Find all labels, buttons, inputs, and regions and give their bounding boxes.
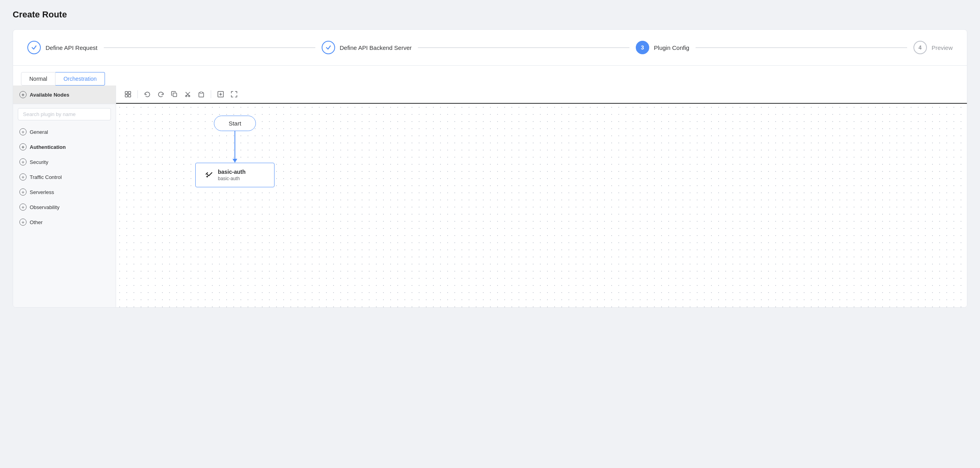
step-divider-2 bbox=[418, 48, 629, 48]
flow-arrow-line bbox=[235, 131, 235, 159]
main-card: Define API Request Define API Backend Se… bbox=[13, 29, 967, 308]
other-plus-icon: + bbox=[19, 219, 27, 226]
step-4-circle: 4 bbox=[913, 41, 927, 54]
category-authentication[interactable]: + Authentication bbox=[13, 139, 116, 154]
page-container: Create Route Define API Request bbox=[13, 10, 967, 308]
tab-orchestration[interactable]: Orchestration bbox=[55, 72, 105, 86]
step-divider-1 bbox=[104, 48, 315, 48]
canvas-area[interactable]: Start bbox=[116, 104, 967, 307]
copy-icon[interactable] bbox=[169, 89, 180, 100]
left-panel: + Available Nodes + General + Authentica… bbox=[13, 86, 116, 307]
category-security-label: Security bbox=[30, 159, 48, 165]
step-3: 3 Plugin Config bbox=[636, 41, 689, 54]
flow-container: Start bbox=[195, 116, 275, 187]
basic-auth-icon bbox=[205, 170, 214, 181]
category-general[interactable]: + General bbox=[13, 124, 116, 139]
flow-arrow-head bbox=[233, 159, 237, 163]
content-area: + Available Nodes + General + Authentica… bbox=[13, 86, 967, 307]
flow-node-basic-auth[interactable]: basic-auth basic-auth bbox=[195, 163, 275, 187]
svg-rect-0 bbox=[125, 91, 128, 94]
step-1-label: Define API Request bbox=[46, 44, 97, 51]
svg-rect-4 bbox=[173, 93, 177, 97]
authentication-plus-icon: + bbox=[19, 143, 27, 150]
tab-normal[interactable]: Normal bbox=[21, 72, 55, 86]
security-plus-icon: + bbox=[19, 158, 27, 166]
right-panel: Start bbox=[116, 86, 967, 307]
flow-node-sub: basic-auth bbox=[218, 176, 246, 181]
flow-node-start[interactable]: Start bbox=[214, 116, 256, 131]
paste-icon[interactable] bbox=[196, 89, 207, 100]
serverless-plus-icon: + bbox=[19, 188, 27, 196]
observability-plus-icon: + bbox=[19, 204, 27, 211]
fullscreen-icon[interactable] bbox=[229, 89, 240, 100]
svg-point-14 bbox=[206, 176, 208, 177]
available-nodes-header: + Available Nodes bbox=[13, 86, 116, 104]
export-icon[interactable] bbox=[215, 89, 226, 100]
redo-icon[interactable] bbox=[155, 89, 166, 100]
tab-row: Normal Orchestration bbox=[13, 66, 967, 86]
svg-rect-10 bbox=[200, 92, 202, 93]
cut-icon[interactable] bbox=[182, 89, 193, 100]
search-input[interactable] bbox=[18, 108, 111, 120]
undo-icon[interactable] bbox=[142, 89, 153, 100]
svg-rect-2 bbox=[125, 95, 128, 97]
toolbar-div-2 bbox=[211, 90, 211, 98]
step-4: 4 Preview bbox=[913, 41, 953, 54]
category-security[interactable]: + Security bbox=[13, 154, 116, 169]
category-other-label: Other bbox=[30, 219, 43, 225]
stepper: Define API Request Define API Backend Se… bbox=[13, 30, 967, 66]
step-3-label: Plugin Config bbox=[654, 44, 689, 51]
step-4-label: Preview bbox=[932, 44, 953, 51]
toolbar-div-1 bbox=[137, 90, 138, 98]
step-1-circle bbox=[27, 41, 41, 54]
svg-rect-3 bbox=[128, 95, 131, 97]
step-2-label: Define API Backend Server bbox=[340, 44, 412, 51]
step-2: Define API Backend Server bbox=[322, 41, 412, 54]
available-nodes-plus-icon: + bbox=[19, 91, 27, 98]
available-nodes-label: Available Nodes bbox=[30, 92, 69, 98]
grid-icon[interactable] bbox=[122, 89, 133, 100]
general-plus-icon: + bbox=[19, 128, 27, 135]
svg-rect-1 bbox=[128, 91, 131, 94]
category-other[interactable]: + Other bbox=[13, 215, 116, 230]
category-observability[interactable]: + Observability bbox=[13, 200, 116, 215]
category-observability-label: Observability bbox=[30, 204, 59, 210]
category-serverless[interactable]: + Serverless bbox=[13, 185, 116, 200]
step-divider-3 bbox=[696, 48, 907, 48]
step-2-circle bbox=[322, 41, 335, 54]
step-1: Define API Request bbox=[27, 41, 97, 54]
traffic-control-plus-icon: + bbox=[19, 173, 27, 181]
page-title: Create Route bbox=[13, 10, 967, 20]
category-traffic-control[interactable]: + Traffic Control bbox=[13, 169, 116, 185]
category-authentication-label: Authentication bbox=[30, 144, 66, 150]
flow-node-name: basic-auth bbox=[218, 169, 246, 175]
category-traffic-control-label: Traffic Control bbox=[30, 174, 62, 180]
flow-node-text: basic-auth basic-auth bbox=[218, 169, 246, 181]
category-serverless-label: Serverless bbox=[30, 189, 54, 195]
category-general-label: General bbox=[30, 129, 48, 135]
flow-arrow bbox=[233, 131, 237, 163]
toolbar bbox=[116, 86, 967, 104]
step-3-circle: 3 bbox=[636, 41, 649, 54]
